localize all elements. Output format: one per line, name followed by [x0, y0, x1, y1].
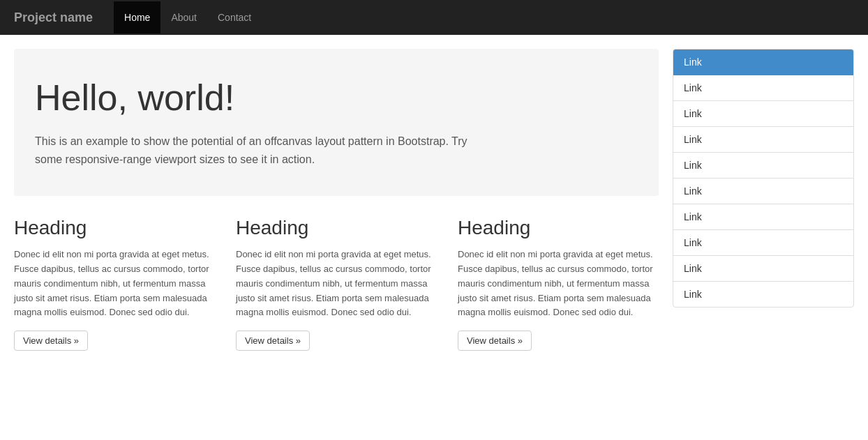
column-2-heading: Heading [236, 217, 437, 239]
sidebar-link-8[interactable]: Link [673, 256, 853, 282]
column-1-button[interactable]: View details » [14, 331, 88, 351]
sidebar-link-0[interactable]: Link [673, 50, 853, 75]
nav-link-about[interactable]: About [160, 1, 207, 33]
content-area: Hello, world! This is an example to show… [14, 49, 659, 351]
navbar: Project name Home About Contact [0, 0, 868, 35]
jumbotron-heading: Hello, world! [35, 77, 638, 119]
sidebar-item-3: Link [673, 127, 853, 153]
nav-item-about: About [160, 1, 207, 33]
sidebar: Link Link Link Link Link Link Link Link [673, 49, 854, 351]
sidebar-link-7[interactable]: Link [673, 230, 853, 256]
columns: Heading Donec id elit non mi porta gravi… [14, 217, 659, 351]
sidebar-item-5: Link [673, 179, 853, 204]
column-1-body: Donec id elit non mi porta gravida at eg… [14, 248, 215, 320]
sidebar-item-2: Link [673, 101, 853, 127]
sidebar-link-4[interactable]: Link [673, 153, 853, 179]
jumbotron-text: This is an example to show the potential… [35, 132, 495, 168]
sidebar-list: Link Link Link Link Link Link Link Link [673, 49, 854, 308]
jumbotron: Hello, world! This is an example to show… [14, 49, 659, 196]
column-2-body: Donec id elit non mi porta gravida at eg… [236, 248, 437, 320]
nav-item-home: Home [114, 1, 160, 33]
nav-item-contact: Contact [207, 1, 262, 33]
sidebar-link-3[interactable]: Link [673, 127, 853, 153]
column-3-heading: Heading [458, 217, 659, 239]
sidebar-link-2[interactable]: Link [673, 101, 853, 127]
nav-link-contact[interactable]: Contact [207, 1, 262, 33]
column-3-body: Donec id elit non mi porta gravida at eg… [458, 248, 659, 320]
column-1-heading: Heading [14, 217, 215, 239]
nav-link-home[interactable]: Home [114, 1, 160, 33]
sidebar-link-5[interactable]: Link [673, 179, 853, 204]
column-3-button[interactable]: View details » [458, 331, 532, 351]
column-3: Heading Donec id elit non mi porta gravi… [458, 217, 659, 351]
column-2-button[interactable]: View details » [236, 331, 310, 351]
sidebar-link-6[interactable]: Link [673, 204, 853, 230]
sidebar-item-6: Link [673, 204, 853, 230]
column-1: Heading Donec id elit non mi porta gravi… [14, 217, 215, 351]
sidebar-item-7: Link [673, 230, 853, 256]
column-2: Heading Donec id elit non mi porta gravi… [236, 217, 437, 351]
navbar-brand[interactable]: Project name [14, 10, 93, 25]
sidebar-link-1[interactable]: Link [673, 75, 853, 101]
main-container: Hello, world! This is an example to show… [0, 35, 868, 365]
sidebar-item-8: Link [673, 256, 853, 282]
sidebar-item-4: Link [673, 153, 853, 179]
nav-links: Home About Contact [114, 1, 262, 33]
sidebar-item-1: Link [673, 75, 853, 101]
sidebar-item-0: Link [673, 50, 853, 75]
sidebar-link-9[interactable]: Link [673, 282, 853, 307]
sidebar-item-9: Link [673, 282, 853, 307]
